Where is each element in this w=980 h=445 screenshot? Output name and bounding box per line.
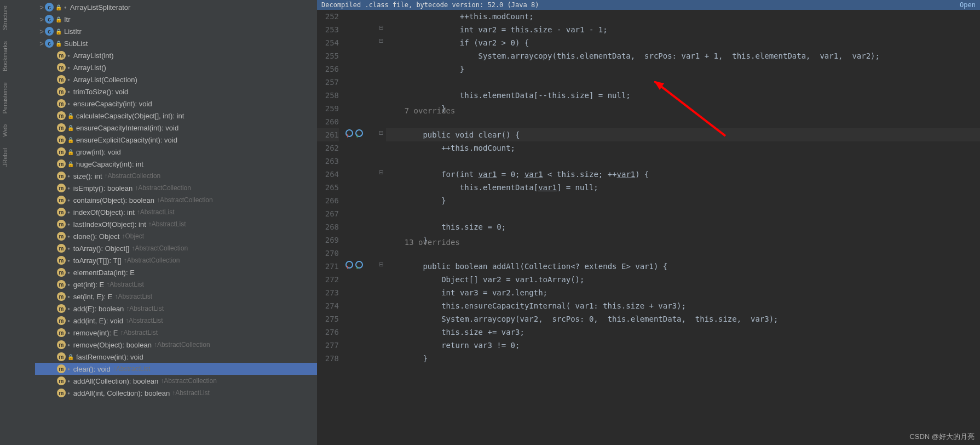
- tree-ensurecapacity[interactable]: m●ensureCapacity(int): void: [35, 98, 317, 110]
- lock-icon: 🔒: [67, 137, 74, 143]
- open-link[interactable]: Open: [960, 1, 976, 9]
- override-up-icon[interactable]: [345, 261, 353, 269]
- method-icon: m: [57, 172, 66, 180]
- toolstrip-persistence[interactable]: Persistence: [0, 77, 10, 119]
- method-icon: m: [57, 304, 66, 313]
- tree-itr[interactable]: >c🔒Itr: [35, 13, 317, 25]
- code-lines[interactable]: ++this.modCount; int var2 = this.size - …: [386, 10, 980, 445]
- tree-arraylist[interactable]: m●ArrayList(Collection): [35, 73, 317, 85]
- method-icon: m: [57, 328, 66, 337]
- tree-clone[interactable]: m●clone(): Object↑Object: [35, 230, 317, 242]
- tree-set[interactable]: m●set(int, E): E↑AbstractList: [35, 290, 317, 303]
- decompile-banner: Decompiled .class file, bytecode version…: [317, 0, 980, 10]
- tree-hugecapacity[interactable]: m🔒hugeCapacity(int): int: [35, 158, 317, 170]
- method-icon: m: [57, 135, 66, 144]
- tree-calculatecapacity[interactable]: m🔒calculateCapacity(Object[], int): int: [35, 110, 317, 122]
- lock-icon: 🔒: [67, 149, 74, 155]
- tree-listitr[interactable]: >c🔒ListItr: [35, 25, 317, 37]
- override-down-icon[interactable]: [355, 261, 363, 269]
- tree-elementdata[interactable]: m●elementData(int): E: [35, 266, 317, 278]
- lock-icon: 🔒: [67, 161, 74, 167]
- tree-clear[interactable]: m●clear(): void↑AbstractList: [35, 363, 317, 375]
- lock-icon: 🔒: [67, 125, 74, 131]
- tree-addall[interactable]: m●addAll(Collection): boolean↑AbstractCo…: [35, 375, 317, 387]
- lock-icon: 🔒: [55, 4, 62, 10]
- code-editor: Decompiled .class file, bytecode version…: [317, 0, 980, 445]
- fold-column: ⊟⊟⊟⊟⊟: [376, 10, 386, 445]
- tree-sublist[interactable]: >c🔒SubList: [35, 37, 317, 49]
- lock-icon: 🔒: [55, 41, 62, 47]
- method-icon: m: [57, 220, 66, 229]
- method-icon: m: [57, 268, 66, 277]
- tree-remove[interactable]: m●remove(Object): boolean↑AbstractCollec…: [35, 339, 317, 351]
- tree-get[interactable]: m●get(int): E↑AbstractList: [35, 278, 317, 290]
- lock-icon: 🔒: [67, 113, 74, 119]
- tree-trimtosize[interactable]: m●trimToSize(): void: [35, 85, 317, 98]
- tree-add[interactable]: m●add(E): boolean↑AbstractList: [35, 303, 317, 315]
- tree-indexof[interactable]: m●indexOf(Object): int↑AbstractList: [35, 206, 317, 218]
- override-up-icon[interactable]: [345, 129, 353, 137]
- method-icon: m: [57, 256, 66, 265]
- watermark: CSDN @好大的月亮: [909, 432, 975, 442]
- tree-size[interactable]: m●size(): int↑AbstractCollection: [35, 170, 317, 182]
- method-icon: m: [57, 316, 66, 325]
- method-icon: m: [57, 232, 66, 241]
- method-icon: m: [57, 123, 66, 132]
- tree-addall[interactable]: m●addAll(int, Collection): boolean↑Abstr…: [35, 387, 317, 399]
- method-icon: m: [57, 292, 66, 301]
- method-icon: m: [57, 147, 66, 156]
- lock-icon: 🔒: [55, 16, 62, 22]
- method-icon: m: [57, 389, 66, 397]
- structure-panel: >c🔒●ArrayListSpliterator>c🔒Itr>c🔒ListItr…: [13, 0, 317, 445]
- method-icon: m: [57, 51, 66, 60]
- lock-icon: 🔒: [55, 28, 62, 35]
- tree-ensurecapacityinternal[interactable]: m🔒ensureCapacityInternal(int): void: [35, 122, 317, 134]
- toolstrip-bookmarks[interactable]: Bookmarks: [0, 36, 10, 77]
- method-icon: m: [57, 208, 66, 216]
- left-toolstrip: StructureBookmarksPersistenceWebJRebel: [0, 0, 13, 445]
- tree-toarray[interactable]: m●toArray(T[]): T[]↑AbstractCollection: [35, 254, 317, 266]
- method-icon: m: [57, 244, 66, 253]
- toolstrip-jrebel[interactable]: JRebel: [0, 142, 10, 172]
- toolstrip-web[interactable]: Web: [0, 119, 10, 142]
- class-icon: c: [45, 39, 54, 48]
- method-icon: m: [57, 184, 66, 192]
- method-icon: m: [57, 280, 66, 289]
- class-icon: c: [45, 3, 54, 12]
- method-icon: m: [57, 111, 66, 120]
- tree-grow[interactable]: m🔒grow(int): void: [35, 146, 317, 158]
- tree-arraylistspliterator[interactable]: >c🔒●ArrayListSpliterator: [35, 1, 317, 13]
- tree-lastindexof[interactable]: m●lastIndexOf(Object): int↑AbstractList: [35, 218, 317, 230]
- tree-add[interactable]: m●add(int, E): void↑AbstractList: [35, 315, 317, 327]
- method-icon: m: [57, 376, 66, 385]
- lock-icon: 🔒: [67, 354, 74, 360]
- method-icon: m: [57, 196, 66, 204]
- method-icon: m: [57, 99, 66, 108]
- override-markers: [343, 10, 376, 445]
- method-icon: m: [57, 63, 66, 72]
- tree-isempty[interactable]: m●isEmpty(): boolean↑AbstractCollection: [35, 182, 317, 194]
- tree-arraylist[interactable]: m●ArrayList(int): [35, 49, 317, 61]
- method-icon: m: [57, 340, 66, 349]
- tree-ensureexplicitcapacity[interactable]: m🔒ensureExplicitCapacity(int): void: [35, 134, 317, 146]
- class-icon: c: [45, 27, 54, 36]
- tree-remove[interactable]: m●remove(int): E↑AbstractList: [35, 327, 317, 339]
- tree-arraylist[interactable]: m●ArrayList(): [35, 61, 317, 73]
- method-icon: m: [57, 364, 66, 373]
- tree-toarray[interactable]: m●toArray(): Object[]↑AbstractCollection: [35, 242, 317, 254]
- banner-text: Decompiled .class file, bytecode version…: [321, 1, 539, 9]
- line-gutter: 2522532542552562572582592602612622632642…: [317, 10, 343, 445]
- method-icon: m: [57, 352, 66, 361]
- method-icon: m: [57, 159, 66, 168]
- tree-contains[interactable]: m●contains(Object): boolean↑AbstractColl…: [35, 194, 317, 206]
- class-icon: c: [45, 15, 54, 24]
- method-icon: m: [57, 75, 66, 84]
- override-down-icon[interactable]: [355, 129, 363, 137]
- tree-fastremove[interactable]: m🔒fastRemove(int): void: [35, 351, 317, 363]
- toolstrip-structure[interactable]: Structure: [0, 0, 10, 36]
- method-icon: m: [57, 87, 66, 96]
